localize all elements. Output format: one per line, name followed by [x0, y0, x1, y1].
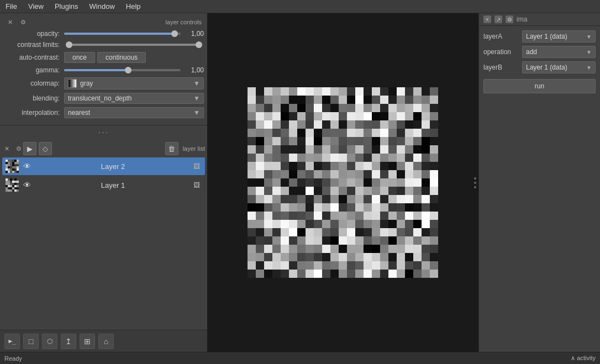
- layer-list-panel: ✕ ⚙ ▶ ◇ 🗑 layer list 👁 Layer 2 🖼: [0, 140, 207, 330]
- layerA-label: layerA: [483, 33, 522, 40]
- auto-contrast-label: auto-contrast:: [3, 54, 64, 61]
- layerB-value: Layer 1 (data): [526, 64, 586, 71]
- layer-1-visibility[interactable]: 👁: [22, 180, 32, 190]
- interpolation-dropdown-arrow: ▼: [193, 109, 200, 117]
- statusbar: Ready ∧ activity: [0, 352, 600, 364]
- gamma-label: gamma:: [3, 66, 64, 74]
- auto-contrast-continuous-button[interactable]: continuous: [97, 52, 146, 63]
- layer-1-name: Layer 1: [34, 181, 192, 189]
- shape-tool[interactable]: ◇: [39, 142, 52, 155]
- layerB-arrow-icon: ▼: [586, 65, 592, 71]
- contrast-slider[interactable]: [66, 44, 202, 46]
- right-panel: × ↗ ⚙ ima layerA Layer 1 (data) ▼ operat…: [478, 13, 600, 352]
- interpolation-value: nearest: [68, 109, 90, 117]
- grid-button[interactable]: ⊞: [80, 334, 95, 349]
- activity-label[interactable]: ∧ activity: [571, 355, 596, 362]
- contrast-right-thumb[interactable]: [196, 41, 202, 48]
- menu-file[interactable]: File: [3, 1, 19, 12]
- layerB-select[interactable]: Layer 1 (data) ▼: [522, 61, 596, 73]
- layer-2-name: Layer 2: [34, 162, 192, 171]
- right-panel-close-btn[interactable]: ×: [483, 15, 491, 23]
- terminal-button[interactable]: ▶_: [4, 334, 20, 349]
- bottom-toolbar: ▶_ □ ⬡ ↥ ⊞ ⌂: [0, 330, 207, 352]
- home-button[interactable]: ⌂: [98, 334, 114, 349]
- layer-tool-buttons: ▶ ◇: [23, 142, 52, 155]
- interpolation-dropdown[interactable]: nearest ▼: [64, 107, 204, 118]
- right-panel-pop-btn[interactable]: ↗: [494, 15, 502, 23]
- gamma-value: 1,00: [184, 66, 204, 74]
- resize-dot-1: [474, 177, 476, 180]
- menu-window[interactable]: Window: [87, 1, 117, 12]
- right-panel-settings-btn[interactable]: ⚙: [506, 15, 513, 23]
- operation-row: operation add ▼: [483, 46, 596, 58]
- canvas-resize-handle[interactable]: [474, 177, 476, 188]
- colormap-swatch: [68, 79, 77, 88]
- gamma-slider[interactable]: [64, 69, 181, 71]
- contrast-slider-container: [64, 44, 204, 46]
- layerA-arrow-icon: ▼: [586, 34, 592, 40]
- right-panel-title: ima: [517, 15, 527, 23]
- menu-view[interactable]: View: [26, 1, 46, 12]
- gamma-slider-container: 1,00: [64, 66, 204, 74]
- run-button[interactable]: run: [483, 79, 596, 93]
- opacity-slider-container: 1,00: [64, 30, 204, 38]
- layerB-row: layerB Layer 1 (data) ▼: [483, 61, 596, 73]
- layer-2-visibility[interactable]: 👁: [22, 161, 32, 171]
- colormap-dropdown[interactable]: gray ▼: [64, 77, 204, 89]
- colormap-dropdown-arrow: ▼: [193, 80, 200, 87]
- controls-settings-icon[interactable]: ⚙: [19, 18, 28, 27]
- right-form: layerA Layer 1 (data) ▼ operation add ▼ …: [479, 26, 600, 100]
- layer-2-type-icon: 🖼: [192, 161, 202, 171]
- export-button[interactable]: ↥: [61, 334, 76, 349]
- controls-pin-icon[interactable]: ✕: [6, 18, 14, 27]
- opacity-value: 1,00: [184, 30, 204, 38]
- layerB-label: layerB: [483, 64, 522, 71]
- operation-arrow-icon: ▼: [586, 49, 592, 55]
- contrast-row: contrast limits:: [3, 41, 204, 49]
- resize-dot-2: [474, 182, 476, 184]
- select-tool[interactable]: ▶: [23, 142, 36, 155]
- layer-2-thumb: [6, 160, 19, 173]
- opacity-slider[interactable]: [64, 33, 181, 35]
- layer-list-tools: ✕ ⚙: [2, 144, 23, 153]
- controls-titlebar: ✕ ⚙ layer controls: [3, 17, 204, 28]
- opacity-row: opacity: 1,00: [3, 30, 204, 38]
- menu-plugins[interactable]: Plugins: [52, 1, 81, 12]
- gamma-thumb[interactable]: [125, 67, 131, 73]
- main-canvas[interactable]: [248, 87, 438, 278]
- right-panel-titlebar: × ↗ ⚙ ima: [479, 13, 600, 26]
- layers-button[interactable]: ⬡: [42, 334, 57, 349]
- colormap-label: colormap:: [3, 80, 64, 87]
- contrast-label: contrast limits:: [3, 41, 64, 49]
- blending-label: blending:: [3, 94, 64, 102]
- interpolation-label: interpolation:: [3, 109, 64, 117]
- layerA-select[interactable]: Layer 1 (data) ▼: [522, 30, 596, 43]
- colormap-row: colormap: gray ▼: [3, 77, 204, 89]
- menu-help[interactable]: Help: [124, 1, 143, 12]
- layer-list-titlebar: ✕ ⚙ ▶ ◇ 🗑 layer list: [2, 142, 205, 155]
- auto-contrast-once-button[interactable]: once: [64, 52, 95, 63]
- layer-list-title: layer list: [183, 145, 205, 152]
- delete-layer-button[interactable]: 🗑: [165, 142, 178, 155]
- operation-select[interactable]: add ▼: [522, 46, 596, 58]
- canvas-area: [207, 13, 478, 352]
- square-button[interactable]: □: [23, 334, 39, 349]
- operation-value: add: [526, 48, 586, 56]
- colormap-value: gray: [80, 80, 93, 87]
- layer-1-type-icon: 🖼: [192, 180, 202, 190]
- opacity-label: opacity:: [3, 30, 64, 38]
- blending-dropdown[interactable]: translucent_no_depth ▼: [64, 93, 204, 104]
- blending-dropdown-arrow: ▼: [193, 94, 200, 102]
- controls-title: layer controls: [166, 19, 202, 25]
- blending-row: blending: translucent_no_depth ▼: [3, 93, 204, 104]
- layer-list-settings-icon[interactable]: ⚙: [14, 144, 23, 153]
- auto-contrast-row: auto-contrast: once continuous: [3, 52, 204, 63]
- layer-controls-panel: ✕ ⚙ layer controls opacity: 1,00 cont: [0, 13, 207, 125]
- layer-list-close-icon[interactable]: ✕: [2, 144, 11, 153]
- opacity-thumb[interactable]: [171, 30, 178, 37]
- layer-item-2[interactable]: 👁 Layer 2 🖼: [2, 157, 205, 175]
- auto-contrast-buttons: once continuous: [64, 52, 146, 63]
- contrast-left-thumb[interactable]: [66, 41, 72, 48]
- layerA-row: layerA Layer 1 (data) ▼: [483, 30, 596, 43]
- layer-item-1[interactable]: 👁 Layer 1 🖼: [2, 176, 205, 194]
